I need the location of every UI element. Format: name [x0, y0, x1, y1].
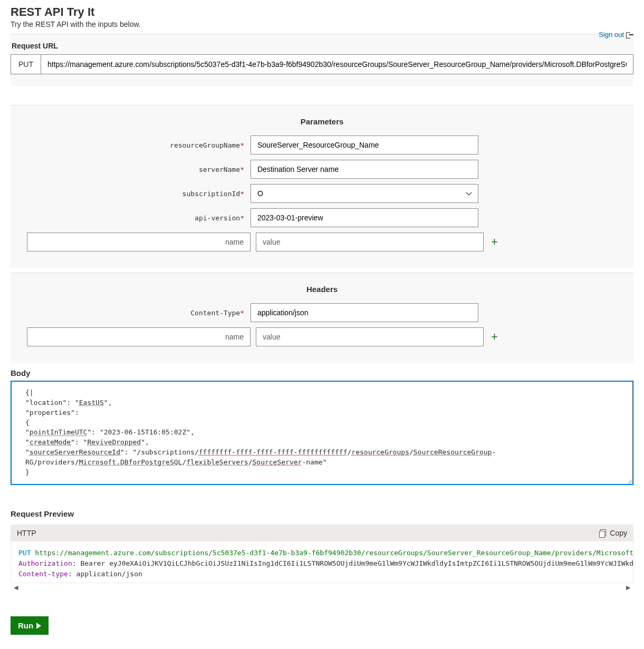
- param-label-apiversion: api-version: [195, 214, 240, 222]
- required-marker: *: [240, 141, 244, 149]
- body-label: Body: [11, 369, 633, 377]
- parameters-title: Parameters: [11, 113, 633, 135]
- param-input-resourcegroupname[interactable]: [251, 135, 478, 154]
- param-input-apiversion[interactable]: [251, 208, 478, 227]
- param-add-name-input[interactable]: [27, 233, 251, 251]
- param-input-servername[interactable]: [251, 160, 478, 179]
- page-title: REST API Try It: [11, 5, 633, 19]
- page-header: REST API Try It Try the REST API with th…: [11, 5, 633, 34]
- param-label-servername: serverName: [199, 166, 240, 173]
- required-marker: *: [240, 166, 244, 173]
- copy-icon: [599, 529, 607, 537]
- header-input-contenttype[interactable]: [251, 303, 478, 322]
- sign-out-label: Sign out: [599, 31, 624, 38]
- param-add-button[interactable]: +: [491, 236, 498, 248]
- header-add-value-input[interactable]: [256, 327, 484, 346]
- run-button[interactable]: Run: [11, 616, 49, 635]
- request-url-section: Request URL PUT: [11, 34, 633, 86]
- sign-out-link[interactable]: Sign out: [599, 31, 633, 38]
- request-preview-label: Request Preview: [11, 509, 633, 518]
- required-marker: *: [240, 309, 244, 317]
- play-icon: [36, 623, 41, 629]
- body-editor[interactable]: {| "location": "EastUS", "properties": {…: [11, 381, 633, 485]
- scroll-left-icon[interactable]: ◀: [14, 584, 18, 591]
- request-url-label: Request URL: [11, 42, 633, 50]
- http-method-box: PUT: [11, 54, 41, 74]
- scroll-right-icon[interactable]: ▶: [626, 584, 630, 591]
- header-add-name-input[interactable]: [27, 327, 251, 346]
- param-add-value-input[interactable]: [256, 233, 484, 251]
- header-add-button[interactable]: +: [491, 331, 498, 343]
- request-url-input[interactable]: [41, 54, 633, 74]
- param-select-subscriptionid[interactable]: O: [251, 184, 478, 203]
- preview-code-block[interactable]: PUT https://management.azure.com/subscri…: [11, 541, 633, 583]
- copy-button[interactable]: Copy: [599, 529, 627, 537]
- copy-label: Copy: [610, 529, 627, 537]
- page-subtitle: Try the REST API with the inputs below.: [11, 20, 633, 28]
- sign-out-icon: [626, 31, 633, 38]
- parameters-section: Parameters resourceGroupName* serverName…: [11, 105, 633, 268]
- param-label-subscriptionid: subscriptionId: [182, 190, 241, 198]
- preview-tab-http[interactable]: HTTP: [17, 529, 36, 537]
- required-marker: *: [240, 214, 244, 222]
- run-label: Run: [18, 621, 33, 630]
- required-marker: *: [240, 190, 244, 198]
- headers-title: Headers: [11, 280, 633, 303]
- header-label-contenttype: Content-Type: [190, 309, 240, 317]
- param-label-resourcegroupname: resourceGroupName: [170, 141, 240, 149]
- headers-section: Headers Content-Type* +: [11, 273, 633, 363]
